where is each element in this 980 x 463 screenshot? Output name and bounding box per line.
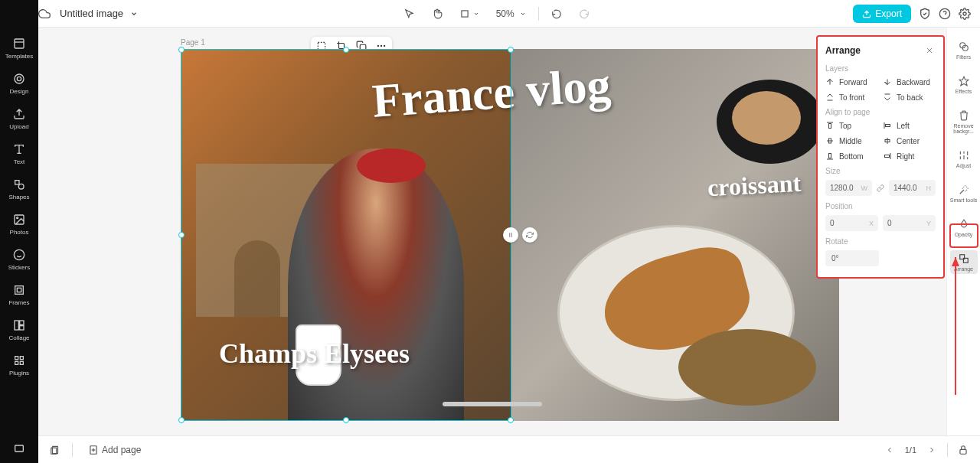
adjust-icon: [958, 149, 970, 161]
align-top-icon: [825, 121, 835, 130]
close-icon[interactable]: [923, 44, 936, 57]
frames-icon: [12, 283, 26, 297]
sidebar-item-upload[interactable]: Upload: [0, 107, 38, 130]
undo-button[interactable]: [547, 5, 567, 22]
sidebar-item-photos[interactable]: Photos: [0, 213, 38, 236]
tool-smart[interactable]: Smart tools: [947, 181, 980, 205]
tool-effects[interactable]: Effects: [947, 73, 980, 96]
sidebar-item-templates[interactable]: Templates: [0, 37, 38, 60]
pos-y-input[interactable]: 0Y: [883, 215, 936, 231]
add-page-button[interactable]: Add page: [83, 442, 145, 458]
svg-point-26: [377, 45, 379, 47]
backward-icon: [883, 77, 892, 86]
section-rotate: Rotate: [825, 237, 936, 246]
pages-icon[interactable]: [49, 444, 61, 456]
resize-handle-bl[interactable]: [178, 417, 185, 423]
tool-filters[interactable]: Filters: [947, 38, 980, 62]
svg-rect-14: [15, 286, 24, 295]
to-front-icon: [825, 93, 835, 102]
divider: [947, 443, 948, 457]
refresh-knob-icon[interactable]: [522, 227, 537, 243]
text-icon: [12, 142, 26, 156]
cursor-tool[interactable]: [400, 5, 420, 22]
sidebar-item-text[interactable]: Text: [0, 142, 38, 165]
tool-adjust[interactable]: Adjust: [947, 147, 980, 171]
to-back-button[interactable]: To back: [883, 93, 936, 102]
zoom-level[interactable]: 50%: [492, 5, 531, 22]
lock-icon[interactable]: [957, 444, 969, 456]
resize-handle-mb[interactable]: [343, 417, 349, 423]
align-right-button[interactable]: Right: [883, 152, 936, 161]
lock-aspect-icon[interactable]: [877, 180, 884, 196]
sidebar-item-collage[interactable]: Collage: [0, 318, 38, 341]
align-bottom-button[interactable]: Bottom: [825, 152, 878, 161]
resize-handle-tl[interactable]: [178, 47, 185, 53]
align-top-button[interactable]: Top: [825, 121, 878, 130]
crop-resize-tool[interactable]: [455, 5, 484, 22]
pos-x-input[interactable]: 0X: [825, 215, 878, 231]
width-input[interactable]: 1280.0W: [825, 180, 872, 196]
left-sidebar: Templates Design Upload Text Shapes Phot…: [0, 0, 38, 463]
hand-tool[interactable]: [427, 5, 447, 22]
svg-rect-46: [885, 155, 890, 158]
forward-icon: [825, 77, 835, 86]
rotate-input[interactable]: 0°: [825, 250, 879, 266]
bottom-bar: Add page 1/1: [38, 435, 980, 463]
sidebar-item-stickers[interactable]: Stickers: [0, 248, 38, 271]
svg-rect-16: [15, 321, 18, 330]
to-back-icon: [883, 93, 892, 102]
topbar-right: Export: [853, 5, 971, 23]
svg-rect-9: [15, 181, 19, 184]
sidebar-item-plugins[interactable]: Plugins: [0, 354, 38, 377]
document-title[interactable]: Untitled image: [60, 8, 140, 20]
divider: [72, 443, 73, 457]
help-icon[interactable]: [939, 8, 951, 20]
forward-button[interactable]: Forward: [825, 77, 878, 86]
tool-opacity[interactable]: Opacity: [947, 216, 980, 240]
resize-handle-mt[interactable]: [343, 47, 349, 53]
cloud-icon[interactable]: [38, 8, 51, 20]
remove-bg-icon: [958, 109, 970, 122]
redo-button[interactable]: [574, 5, 594, 22]
resize-handle-ml[interactable]: [178, 232, 185, 238]
svg-point-28: [384, 45, 385, 47]
svg-point-10: [18, 184, 24, 189]
sidebar-item-frames[interactable]: Frames: [0, 283, 38, 306]
tool-arrange[interactable]: Arrange: [950, 250, 978, 274]
svg-rect-23: [15, 445, 24, 452]
tool-remove-bg[interactable]: Remove backgr...: [947, 107, 980, 136]
sidebar-item-design[interactable]: Design: [0, 72, 38, 95]
sidebar-item-shapes[interactable]: Shapes: [0, 178, 38, 201]
backward-button[interactable]: Backward: [883, 77, 936, 86]
arrange-panel: Arrange Layers Forward Backward To front…: [816, 35, 945, 279]
svg-point-12: [17, 217, 18, 219]
svg-rect-44: [829, 154, 831, 158]
svg-rect-18: [20, 326, 24, 330]
shield-icon[interactable]: [919, 8, 931, 20]
edge-grip-icon[interactable]: [503, 227, 518, 243]
prev-page-button[interactable]: [884, 444, 896, 456]
design-icon: [12, 72, 26, 86]
export-button[interactable]: Export: [853, 5, 911, 23]
settings-icon[interactable]: [959, 8, 971, 20]
height-input[interactable]: 1440.0H: [889, 180, 936, 196]
shapes-icon: [12, 178, 26, 191]
horizontal-scrollbar[interactable]: [443, 402, 542, 406]
align-left-icon: [883, 121, 892, 130]
design-canvas[interactable]: Champs Elysees croissant France vlog: [181, 49, 839, 421]
to-front-button[interactable]: To front: [825, 93, 878, 102]
align-middle-icon: [825, 136, 835, 145]
next-page-button[interactable]: [926, 444, 938, 456]
align-center-button[interactable]: Center: [883, 136, 936, 145]
align-left-button[interactable]: Left: [883, 121, 936, 130]
sidebar-item-layers[interactable]: [0, 442, 38, 455]
svg-rect-65: [960, 449, 966, 454]
align-middle-button[interactable]: Middle: [825, 136, 878, 145]
canvas-area[interactable]: Page 1 Champs Elysees croissant France v…: [38, 28, 946, 435]
svg-point-6: [17, 77, 21, 80]
resize-handle-br[interactable]: [508, 417, 514, 423]
text-croissant[interactable]: croissant: [707, 169, 802, 202]
resize-handle-tr[interactable]: [508, 47, 514, 53]
filters-icon: [958, 41, 970, 53]
templates-icon: [12, 37, 26, 51]
